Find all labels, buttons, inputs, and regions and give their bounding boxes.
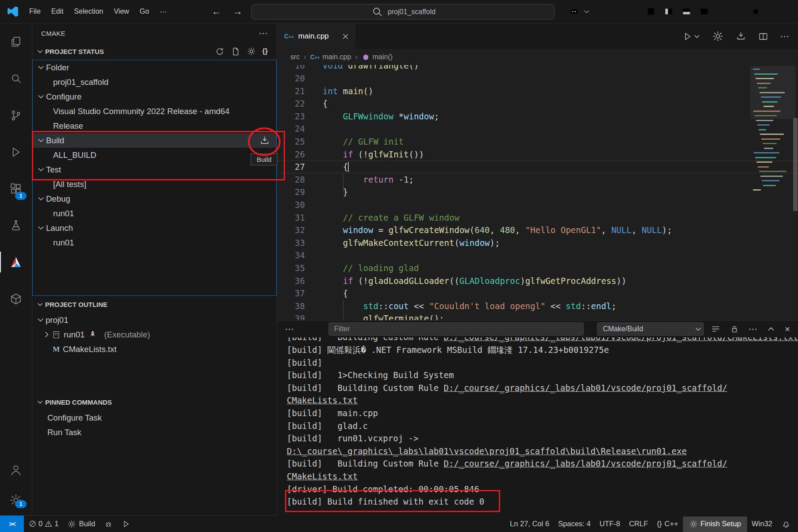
tree-item-visual-studio-community-2022-release-amd64[interactable]: Visual Studio Community 2022 Release - a… [33, 104, 276, 119]
tree-item-launch[interactable]: Launch [33, 221, 276, 235]
copilot-icon[interactable] [565, 0, 583, 23]
chevron-down[interactable] [37, 166, 45, 173]
code-line[interactable]: 24 [277, 122, 798, 135]
cmake-launch-button[interactable] [117, 516, 135, 532]
tree-item-configure[interactable]: Configure [33, 89, 276, 104]
output-channel-select[interactable]: CMake/Build [597, 322, 704, 336]
chevron-down[interactable] [37, 64, 45, 71]
navigate-back-icon[interactable]: ← [212, 6, 221, 17]
output-link[interactable]: D:\_course\_graphics\_labs\lab01\vscode\… [287, 446, 687, 456]
cmake-build-button[interactable]: Build [63, 516, 100, 532]
output-link[interactable]: D:/_course/_graphics/_labs/lab01/vscode/… [444, 383, 728, 393]
platform-target[interactable]: Win32 [747, 516, 777, 532]
navigate-forward-icon[interactable]: → [233, 6, 243, 17]
maximize-panel-icon[interactable] [767, 325, 775, 333]
window-close-button[interactable] [770, 0, 798, 23]
build-button[interactable] [259, 135, 270, 146]
activity-item-run-and-debug[interactable] [0, 134, 32, 170]
tree-item--all-tests-[interactable]: [All tests] [33, 177, 276, 191]
code-line[interactable]: 16void drawTriangle() [277, 65, 798, 72]
refresh-icon[interactable] [215, 47, 224, 56]
editor-more-actions-icon[interactable]: ⋯ [780, 32, 789, 41]
code-line[interactable]: 36 if (!gladLoadGLLoader((GLADloadproc)g… [277, 275, 798, 287]
tree-item-test[interactable]: Test [33, 162, 276, 177]
tree-item-configure-task[interactable]: Configure Task [32, 410, 277, 425]
menu-edit[interactable]: Edit [46, 4, 69, 19]
menu-overflow-icon[interactable]: ⋯ [154, 4, 172, 19]
panel-more-actions-icon[interactable]: ⋯ [748, 325, 757, 333]
breadcrumb-main-cpp[interactable]: C++ main.cpp [310, 53, 351, 61]
cursor-position[interactable]: Ln 27, Col 6 [505, 516, 554, 532]
language-mode[interactable]: {} C++ [652, 516, 682, 532]
open-file-icon[interactable] [231, 47, 240, 56]
menu-go[interactable]: Go [135, 4, 154, 19]
sidebar-more-actions-icon[interactable]: ⋯ [259, 29, 268, 38]
code-line[interactable]: 26 if (!glfwInit()) [277, 148, 798, 161]
tree-item-release[interactable]: Release [33, 119, 276, 133]
code-line[interactable]: 20 [277, 72, 798, 85]
window-maximize-button[interactable] [741, 0, 770, 23]
section-project-status[interactable]: PROJECT STATUS {} [32, 43, 277, 60]
run-file-button[interactable] [682, 31, 700, 42]
code-line[interactable]: 22{ [277, 97, 798, 110]
tree-item-run01[interactable]: run01(Executable) [32, 327, 277, 342]
activity-item-cmake[interactable] [0, 244, 32, 280]
tree-item-run-task[interactable]: Run Task [32, 425, 277, 440]
code-line[interactable]: 30 [277, 199, 798, 211]
tree-item-all-build[interactable]: ALL_BUILD [33, 148, 276, 162]
chevron-down-icon[interactable] [583, 8, 590, 15]
output-link[interactable]: CMakeLists.txt [287, 471, 358, 481]
encoding[interactable]: UTF-8 [595, 516, 625, 532]
breadcrumb-src[interactable]: src [290, 53, 300, 61]
split-editor-icon[interactable] [758, 31, 768, 42]
code-editor[interactable]: 16void drawTriangle()2021int main()22{23… [277, 65, 798, 320]
close-panel-icon[interactable]: × [785, 325, 790, 333]
tree-item-build[interactable]: Build [33, 133, 276, 148]
build-icon[interactable] [736, 31, 746, 42]
activity-item-remote-explorer[interactable] [0, 280, 32, 317]
section-project-outline[interactable]: PROJECT OUTLINE [32, 296, 277, 313]
chevron-down[interactable] [37, 195, 45, 203]
eol-sequence[interactable]: CRLF [625, 516, 652, 532]
code-line[interactable]: 25 // GLFW init [277, 135, 798, 148]
code-line[interactable]: 37 { [277, 287, 798, 300]
command-center-search[interactable]: proj01_scaffold [251, 4, 555, 19]
minimap[interactable] [753, 66, 791, 203]
panel-tabs-overflow-icon[interactable]: ⋯ [285, 325, 294, 333]
code-line[interactable]: 28 return -1; [277, 173, 798, 186]
editor-scrollbar[interactable] [793, 118, 798, 211]
tab-main-cpp[interactable]: C++ main.cpp [277, 23, 355, 49]
chevron-right[interactable] [43, 331, 50, 338]
lock-scroll-icon[interactable] [730, 325, 739, 334]
activity-item-manage[interactable]: 1 [0, 485, 32, 515]
section-pinned-commands[interactable]: PINNED COMMANDS [32, 394, 277, 410]
menu-file[interactable]: File [24, 4, 46, 19]
menu-selection[interactable]: Selection [69, 4, 108, 19]
remote-indicator[interactable]: >< [0, 516, 24, 532]
tree-item-proj01[interactable]: proj01 [32, 313, 277, 327]
output-filter-input[interactable] [328, 322, 584, 336]
output-link[interactable]: D:/_course/_graphics/_labs/lab01/vscode/… [444, 337, 798, 344]
toggle-secondary-sidebar-icon[interactable] [695, 0, 713, 23]
chevron-down[interactable] [37, 224, 45, 232]
tree-item-run01[interactable]: run01 [33, 206, 276, 221]
code-line[interactable]: 38 std::cout << "Couuldn't load opengl" … [277, 300, 798, 313]
customize-layout-icon[interactable] [642, 0, 660, 23]
indentation[interactable]: Spaces: 4 [554, 516, 595, 532]
gear-icon[interactable] [247, 47, 256, 56]
gear-icon[interactable] [712, 31, 724, 42]
chevron-down[interactable] [37, 137, 45, 144]
braces-icon[interactable]: {} [262, 47, 268, 55]
toggle-primary-sidebar-icon[interactable] [660, 0, 678, 23]
tree-item-folder[interactable]: Folder [33, 60, 276, 75]
activity-item-search[interactable] [0, 60, 32, 97]
notifications-bell-icon[interactable] [777, 516, 798, 532]
code-line[interactable]: 29 } [277, 186, 798, 199]
code-line[interactable]: 34 [277, 249, 798, 262]
tree-item-debug[interactable]: Debug [33, 191, 276, 206]
chevron-down[interactable] [37, 316, 44, 324]
chevron-down[interactable] [37, 93, 45, 100]
breadcrumb-main-symbol[interactable]: main() [362, 53, 393, 61]
activity-item-source-control[interactable] [0, 97, 32, 134]
finish-setup-button[interactable]: Finish Setup [683, 516, 748, 532]
